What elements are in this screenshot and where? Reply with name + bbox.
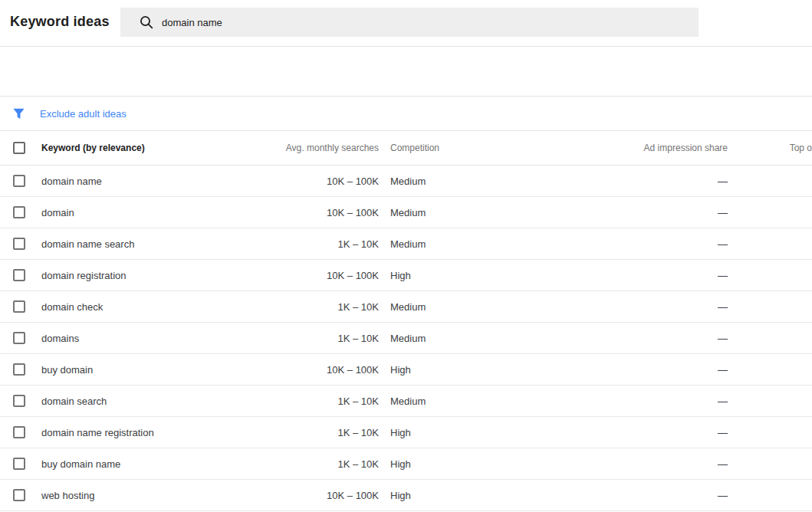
keyword-cell: domain name search bbox=[41, 238, 261, 250]
ad-impression-share-cell: — bbox=[505, 238, 728, 250]
keyword-cell: domains bbox=[41, 333, 261, 344]
ad-impression-share-cell: — bbox=[505, 333, 728, 344]
row-checkbox[interactable] bbox=[13, 300, 25, 313]
row-checkbox[interactable] bbox=[13, 238, 25, 250]
competition-cell: High bbox=[379, 270, 505, 281]
ad-impression-share-cell: — bbox=[505, 364, 728, 376]
keyword-cell: domain bbox=[41, 207, 261, 218]
avg-monthly-searches-cell: 1K – 10K bbox=[261, 333, 379, 344]
table-row[interactable]: domains 1K – 10K Medium — bbox=[0, 323, 812, 354]
select-all-checkbox[interactable] bbox=[13, 142, 25, 154]
row-checkbox[interactable] bbox=[13, 175, 25, 187]
keyword-cell: domain registration bbox=[41, 270, 261, 281]
table-row[interactable]: web hosting 10K – 100K High — bbox=[0, 480, 812, 511]
column-header-top-of-page[interactable]: Top o bbox=[728, 143, 812, 153]
search-input[interactable] bbox=[162, 17, 622, 28]
keyword-cell: domain name registration bbox=[41, 427, 261, 438]
avg-monthly-searches-cell: 1K – 10K bbox=[261, 395, 379, 407]
column-header-ad-impression-share[interactable]: Ad impression share bbox=[505, 143, 728, 153]
table-row[interactable]: domain search 1K – 10K Medium — bbox=[0, 386, 812, 417]
row-checkbox-cell bbox=[0, 363, 41, 376]
column-header-keyword[interactable]: Keyword (by relevance) bbox=[41, 143, 261, 153]
ad-impression-share-cell: — bbox=[505, 490, 728, 501]
table-row[interactable]: domain name registration 1K – 10K High — bbox=[0, 417, 812, 448]
avg-monthly-searches-cell: 1K – 10K bbox=[261, 238, 379, 250]
ad-impression-share-cell: — bbox=[505, 301, 728, 313]
row-checkbox-cell bbox=[0, 269, 41, 281]
keyword-cell: buy domain name bbox=[41, 458, 261, 470]
row-checkbox-cell bbox=[0, 395, 41, 407]
table-row[interactable]: domain name 10K – 100K Medium — bbox=[0, 166, 812, 197]
row-checkbox-cell bbox=[0, 238, 41, 250]
row-checkbox[interactable] bbox=[13, 489, 25, 501]
row-checkbox[interactable] bbox=[13, 426, 25, 438]
avg-monthly-searches-cell: 10K – 100K bbox=[261, 176, 379, 187]
keyword-cell: domain name bbox=[41, 176, 261, 187]
filter-bar: Exclude adult ideas bbox=[0, 96, 812, 131]
competition-cell: High bbox=[379, 364, 505, 376]
competition-cell: High bbox=[379, 458, 505, 470]
keyword-cell: web hosting bbox=[41, 490, 261, 501]
ad-impression-share-cell: — bbox=[505, 207, 728, 218]
table-row[interactable]: domain check 1K – 10K Medium — bbox=[0, 291, 812, 323]
ad-impression-share-cell: — bbox=[505, 270, 728, 281]
avg-monthly-searches-cell: 10K – 100K bbox=[261, 207, 379, 218]
row-checkbox[interactable] bbox=[13, 363, 25, 376]
row-checkbox[interactable] bbox=[13, 206, 25, 218]
keyword-cell: domain check bbox=[41, 301, 261, 313]
filter-funnel-icon[interactable] bbox=[13, 108, 25, 120]
ad-impression-share-cell: — bbox=[505, 458, 728, 470]
page-title: Keyword ideas bbox=[10, 14, 110, 30]
row-checkbox-cell bbox=[0, 458, 41, 470]
table-row[interactable]: domain registration 10K – 100K High — bbox=[0, 260, 812, 291]
competition-cell: High bbox=[379, 490, 505, 501]
table-body: domain name 10K – 100K Medium — domain 1… bbox=[0, 166, 812, 511]
avg-monthly-searches-cell: 1K – 10K bbox=[261, 301, 379, 313]
ad-impression-share-cell: — bbox=[505, 395, 728, 407]
table-row[interactable]: domain 10K – 100K Medium — bbox=[0, 197, 812, 228]
competition-cell: Medium bbox=[379, 238, 505, 250]
top-bar: Keyword ideas bbox=[0, 0, 812, 47]
row-checkbox[interactable] bbox=[13, 269, 25, 281]
competition-cell: Medium bbox=[379, 301, 505, 313]
avg-monthly-searches-cell: 10K – 100K bbox=[261, 364, 379, 376]
column-header-avg-monthly-searches[interactable]: Avg. monthly searches bbox=[261, 143, 379, 153]
keyword-cell: buy domain bbox=[41, 364, 261, 376]
ad-impression-share-cell: — bbox=[505, 176, 728, 187]
row-checkbox[interactable] bbox=[13, 395, 25, 407]
competition-cell: Medium bbox=[379, 207, 505, 218]
row-checkbox-cell bbox=[0, 300, 41, 313]
competition-cell: Medium bbox=[379, 176, 505, 187]
keyword-cell: domain search bbox=[41, 395, 261, 407]
ad-impression-share-cell: — bbox=[505, 427, 728, 438]
row-checkbox[interactable] bbox=[13, 332, 25, 344]
row-checkbox[interactable] bbox=[13, 458, 25, 470]
competition-cell: High bbox=[379, 427, 505, 438]
row-checkbox-cell bbox=[0, 489, 41, 501]
column-header-competition[interactable]: Competition bbox=[379, 143, 505, 153]
row-checkbox-cell bbox=[0, 426, 41, 438]
table-row[interactable]: buy domain 10K – 100K High — bbox=[0, 354, 812, 386]
row-checkbox-cell bbox=[0, 206, 41, 218]
avg-monthly-searches-cell: 1K – 10K bbox=[261, 427, 379, 438]
content-spacer bbox=[0, 47, 812, 96]
table-row[interactable]: buy domain name 1K – 10K High — bbox=[0, 448, 812, 480]
row-checkbox-cell bbox=[0, 175, 41, 187]
search-icon bbox=[140, 15, 153, 29]
row-checkbox-cell bbox=[0, 332, 41, 344]
header-checkbox-cell bbox=[0, 142, 41, 154]
avg-monthly-searches-cell: 1K – 10K bbox=[261, 458, 379, 470]
keyword-search-field[interactable] bbox=[120, 8, 699, 37]
exclude-adult-ideas-link[interactable]: Exclude adult ideas bbox=[40, 108, 127, 120]
competition-cell: Medium bbox=[379, 333, 505, 344]
avg-monthly-searches-cell: 10K – 100K bbox=[261, 490, 379, 501]
competition-cell: Medium bbox=[379, 395, 505, 407]
avg-monthly-searches-cell: 10K – 100K bbox=[261, 270, 379, 281]
table-row[interactable]: domain name search 1K – 10K Medium — bbox=[0, 228, 812, 260]
table-header-row: Keyword (by relevance) Avg. monthly sear… bbox=[0, 131, 812, 166]
